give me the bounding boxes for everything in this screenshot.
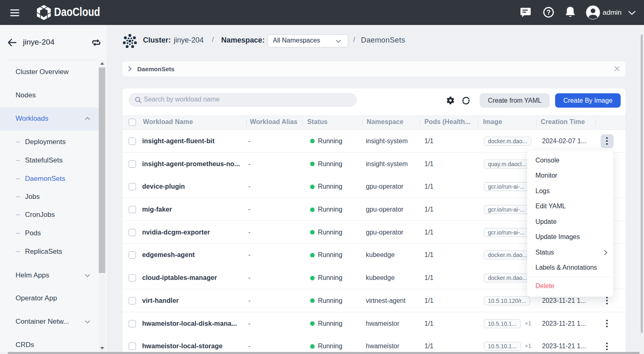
svg-text:?: ? xyxy=(546,9,551,16)
